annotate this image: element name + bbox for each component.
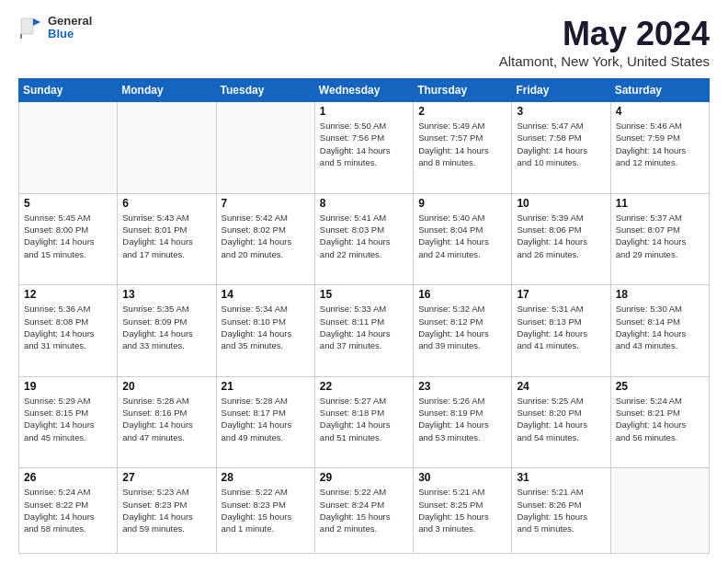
day-cell: 25Sunrise: 5:24 AM Sunset: 8:21 PM Dayli… [610,376,709,468]
day-number: 4 [616,105,704,118]
day-info: Sunrise: 5:27 AM Sunset: 8:18 PM Dayligh… [320,395,408,443]
day-info: Sunrise: 5:47 AM Sunset: 7:58 PM Dayligh… [517,120,605,168]
day-number: 3 [517,105,605,118]
day-number: 29 [320,471,408,484]
day-cell: 9Sunrise: 5:40 AM Sunset: 8:04 PM Daylig… [414,193,512,285]
day-cell: 18Sunrise: 5:30 AM Sunset: 8:14 PM Dayli… [610,285,709,377]
header: General Blue May 2024 Altamont, New York… [18,15,710,69]
day-cell: 24Sunrise: 5:25 AM Sunset: 8:20 PM Dayli… [512,376,610,468]
day-number: 18 [616,288,704,301]
day-info: Sunrise: 5:39 AM Sunset: 8:06 PM Dayligh… [517,212,605,260]
day-number: 9 [418,197,506,210]
day-info: Sunrise: 5:25 AM Sunset: 8:20 PM Dayligh… [517,395,605,443]
day-number: 19 [24,380,112,393]
title-block: May 2024 Altamont, New York, United Stat… [499,15,710,69]
weekday-header-saturday: Saturday [610,79,709,102]
day-number: 6 [122,197,210,210]
day-info: Sunrise: 5:49 AM Sunset: 7:57 PM Dayligh… [418,120,506,168]
day-info: Sunrise: 5:45 AM Sunset: 8:00 PM Dayligh… [24,212,112,260]
day-cell: 14Sunrise: 5:34 AM Sunset: 8:10 PM Dayli… [216,285,314,377]
day-info: Sunrise: 5:46 AM Sunset: 7:59 PM Dayligh… [616,120,704,168]
day-number: 25 [616,380,704,393]
day-number: 13 [122,288,210,301]
day-info: Sunrise: 5:36 AM Sunset: 8:08 PM Dayligh… [24,303,112,351]
week-row-0: 1Sunrise: 5:50 AM Sunset: 7:56 PM Daylig… [19,102,710,194]
day-number: 7 [222,197,310,210]
day-cell: 29Sunrise: 5:22 AM Sunset: 8:24 PM Dayli… [314,468,413,554]
day-info: Sunrise: 5:24 AM Sunset: 8:21 PM Dayligh… [616,395,704,443]
day-number: 17 [517,288,605,301]
day-info: Sunrise: 5:32 AM Sunset: 8:12 PM Dayligh… [418,303,506,351]
day-number: 10 [517,197,605,210]
day-number: 23 [418,380,506,393]
day-number: 15 [320,288,408,301]
weekday-header-friday: Friday [512,79,610,102]
page: General Blue May 2024 Altamont, New York… [0,0,728,563]
day-cell [216,102,314,194]
day-info: Sunrise: 5:40 AM Sunset: 8:04 PM Dayligh… [418,212,506,260]
day-cell: 7Sunrise: 5:42 AM Sunset: 8:02 PM Daylig… [216,193,314,285]
weekday-header-sunday: Sunday [19,79,118,102]
weekday-header-thursday: Thursday [414,79,512,102]
week-row-3: 19Sunrise: 5:29 AM Sunset: 8:15 PM Dayli… [19,376,710,468]
svg-marker-2 [33,18,40,26]
week-row-2: 12Sunrise: 5:36 AM Sunset: 8:08 PM Dayli… [19,285,710,377]
weekday-header-tuesday: Tuesday [216,79,314,102]
day-number: 27 [122,471,210,484]
day-cell: 26Sunrise: 5:24 AM Sunset: 8:22 PM Dayli… [19,468,118,554]
day-info: Sunrise: 5:28 AM Sunset: 8:16 PM Dayligh… [122,395,210,443]
day-number: 26 [24,471,112,484]
day-number: 30 [418,471,506,484]
logo-icon [18,15,44,40]
day-info: Sunrise: 5:21 AM Sunset: 8:25 PM Dayligh… [418,486,506,534]
day-number: 21 [222,380,310,393]
day-cell [610,468,709,554]
logo-text: General Blue [48,15,92,41]
day-number: 28 [222,471,310,484]
day-number: 5 [24,197,112,210]
day-info: Sunrise: 5:22 AM Sunset: 8:23 PM Dayligh… [222,486,310,534]
calendar-header: SundayMondayTuesdayWednesdayThursdayFrid… [19,79,710,102]
calendar: SundayMondayTuesdayWednesdayThursdayFrid… [18,78,710,554]
title-month: May 2024 [499,15,710,53]
day-cell: 3Sunrise: 5:47 AM Sunset: 7:58 PM Daylig… [512,102,610,194]
day-number: 11 [616,197,704,210]
day-cell: 27Sunrise: 5:23 AM Sunset: 8:23 PM Dayli… [118,468,216,554]
day-info: Sunrise: 5:22 AM Sunset: 8:24 PM Dayligh… [320,486,408,534]
day-info: Sunrise: 5:29 AM Sunset: 8:15 PM Dayligh… [24,395,112,443]
day-cell: 12Sunrise: 5:36 AM Sunset: 8:08 PM Dayli… [19,285,118,377]
weekday-header-wednesday: Wednesday [314,79,413,102]
day-info: Sunrise: 5:37 AM Sunset: 8:07 PM Dayligh… [616,212,704,260]
day-cell: 6Sunrise: 5:43 AM Sunset: 8:01 PM Daylig… [118,193,216,285]
day-number: 1 [320,105,408,118]
day-cell: 17Sunrise: 5:31 AM Sunset: 8:13 PM Dayli… [512,285,610,377]
day-cell: 13Sunrise: 5:35 AM Sunset: 8:09 PM Dayli… [118,285,216,377]
day-cell: 30Sunrise: 5:21 AM Sunset: 8:25 PM Dayli… [414,468,512,554]
day-cell: 28Sunrise: 5:22 AM Sunset: 8:23 PM Dayli… [216,468,314,554]
day-cell: 2Sunrise: 5:49 AM Sunset: 7:57 PM Daylig… [414,102,512,194]
day-cell: 1Sunrise: 5:50 AM Sunset: 7:56 PM Daylig… [314,102,413,194]
day-number: 2 [418,105,506,118]
weekday-row: SundayMondayTuesdayWednesdayThursdayFrid… [19,79,710,102]
day-info: Sunrise: 5:41 AM Sunset: 8:03 PM Dayligh… [320,212,408,260]
week-row-4: 26Sunrise: 5:24 AM Sunset: 8:22 PM Dayli… [19,468,710,554]
day-cell: 11Sunrise: 5:37 AM Sunset: 8:07 PM Dayli… [610,193,709,285]
day-cell [118,102,216,194]
logo-general: General [48,15,92,28]
day-cell: 10Sunrise: 5:39 AM Sunset: 8:06 PM Dayli… [512,193,610,285]
day-cell: 23Sunrise: 5:26 AM Sunset: 8:19 PM Dayli… [414,376,512,468]
day-cell: 8Sunrise: 5:41 AM Sunset: 8:03 PM Daylig… [314,193,413,285]
day-number: 31 [517,471,605,484]
day-cell: 21Sunrise: 5:28 AM Sunset: 8:17 PM Dayli… [216,376,314,468]
day-info: Sunrise: 5:28 AM Sunset: 8:17 PM Dayligh… [222,395,310,443]
day-info: Sunrise: 5:24 AM Sunset: 8:22 PM Dayligh… [24,486,112,534]
day-number: 16 [418,288,506,301]
title-location: Altamont, New York, United States [499,53,710,69]
svg-rect-1 [21,18,33,34]
day-number: 22 [320,380,408,393]
day-number: 12 [24,288,112,301]
day-number: 24 [517,380,605,393]
day-cell: 4Sunrise: 5:46 AM Sunset: 7:59 PM Daylig… [610,102,709,194]
day-info: Sunrise: 5:50 AM Sunset: 7:56 PM Dayligh… [320,120,408,168]
week-row-1: 5Sunrise: 5:45 AM Sunset: 8:00 PM Daylig… [19,193,710,285]
